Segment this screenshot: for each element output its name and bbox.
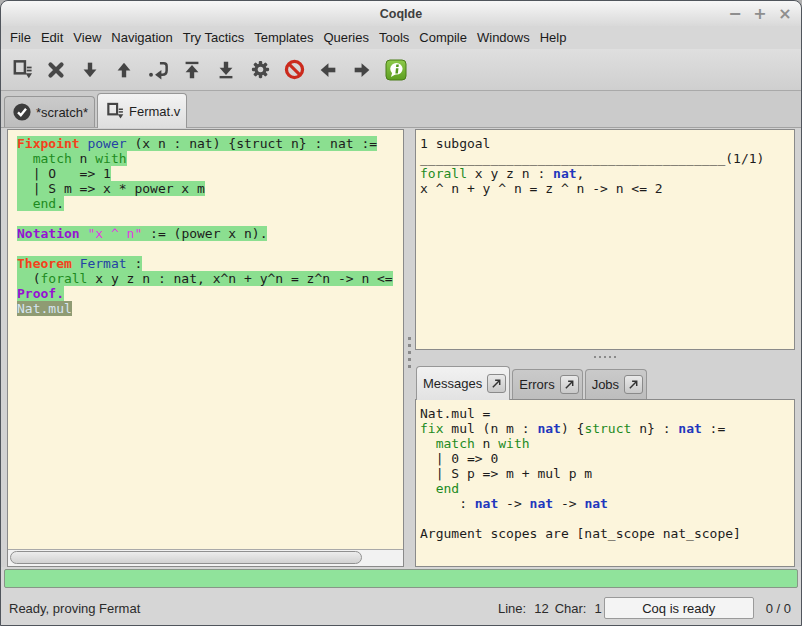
- detach-messages-button[interactable]: [487, 374, 506, 393]
- tab-errors[interactable]: Errors: [512, 369, 582, 399]
- toolbar-button-go-to-top-icon[interactable]: [180, 58, 204, 82]
- toolbar-button-down-arrow-icon[interactable]: [78, 58, 102, 82]
- scrollbar-thumb[interactable]: [10, 551, 362, 564]
- progress-bar: [4, 569, 798, 588]
- toolbar-button-info-icon[interactable]: [384, 58, 408, 82]
- menu-item-queries[interactable]: Queries: [318, 28, 374, 47]
- message-segment: end: [436, 481, 459, 496]
- processed-highlight: | O => 1: [17, 166, 111, 181]
- script-pane: Fixpoint power (x n : nat) {struct n} : …: [7, 129, 404, 567]
- message-segment: ->: [498, 496, 529, 511]
- toolbar-button-up-arrow-icon[interactable]: [112, 58, 136, 82]
- message-line: Nat.mul =: [420, 406, 794, 421]
- processed-highlight: end.: [17, 196, 64, 211]
- titlebar[interactable]: CoqIde −+×: [1, 1, 801, 26]
- message-segment: nat: [530, 496, 553, 511]
- menu-item-file[interactable]: File: [5, 28, 36, 47]
- goal-segment: ,: [577, 166, 585, 181]
- script-line: Fixpoint power (x n : nat) {struct n} : …: [17, 136, 403, 151]
- script-segment: (: [17, 271, 40, 286]
- script-line: Notation "x ^ n" := (power x n).: [17, 226, 403, 241]
- script-segment: | S m => x * power x m: [17, 181, 205, 196]
- menu-item-edit[interactable]: Edit: [36, 28, 68, 47]
- menu-item-navigation[interactable]: Navigation: [106, 28, 177, 47]
- toolbar-button-close-x-icon[interactable]: [44, 58, 68, 82]
- menubar: FileEditViewNavigationTry TacticsTemplat…: [1, 26, 801, 49]
- go-to-top-icon: [181, 59, 203, 81]
- save-page-icon: [11, 58, 34, 81]
- gear-icon: [249, 58, 272, 81]
- message-segment: nat: [678, 421, 701, 436]
- message-segment: nat: [584, 496, 607, 511]
- vertical-splitter[interactable]: [404, 129, 415, 567]
- message-line: | S p => m + mul p m: [420, 466, 794, 481]
- toolbar-button-go-to-cursor-icon[interactable]: [146, 58, 170, 82]
- goal-segment: x y z n :: [467, 166, 553, 181]
- messages-pane[interactable]: Nat.mul =fix mul (n m : nat) {struct n} …: [415, 399, 795, 567]
- tab-label: Errors: [519, 377, 554, 392]
- goal-line: _______________________________________(…: [420, 151, 794, 166]
- detach-errors-button[interactable]: [560, 375, 579, 394]
- message-line: [420, 511, 794, 526]
- coqide-window: CoqIde −+× FileEditViewNavigationTry Tac…: [0, 0, 802, 626]
- message-segment: [420, 481, 436, 496]
- message-segment: :: [420, 496, 475, 511]
- message-segment: n} :: [631, 421, 678, 436]
- script-segment: "x ^ n": [87, 226, 142, 241]
- maximize-button[interactable]: +: [752, 6, 768, 22]
- document-tabstrip: *scratch*Fermat.v: [1, 91, 801, 128]
- script-segment: Fermat: [80, 256, 127, 271]
- char-value: 1: [594, 601, 601, 616]
- toolbar-button-gear-icon[interactable]: [248, 58, 272, 82]
- message-segment: Nat.mul =: [420, 406, 490, 421]
- script-segment: := (power x n).: [142, 226, 267, 241]
- menu-item-help[interactable]: Help: [535, 28, 572, 47]
- menu-item-windows[interactable]: Windows: [472, 28, 535, 47]
- minimize-button[interactable]: −: [727, 6, 743, 22]
- tab-messages[interactable]: Messages: [416, 366, 510, 400]
- grip-dot-icon: [408, 365, 411, 368]
- menu-item-view[interactable]: View: [68, 28, 106, 47]
- tab-jobs[interactable]: Jobs: [585, 369, 647, 399]
- window-title: CoqIde: [380, 7, 422, 21]
- menu-item-templates[interactable]: Templates: [249, 28, 318, 47]
- processed-highlight: Theorem Fermat :: [17, 256, 142, 271]
- message-segment: with: [498, 436, 529, 451]
- script-line: (forall x y z n : nat, x^n + y^n = z^n -…: [17, 271, 403, 286]
- goals-pane[interactable]: 1 subgoal_______________________________…: [415, 129, 795, 350]
- interrupt-icon: [283, 58, 306, 81]
- script-segment: | O => 1: [17, 166, 111, 181]
- left-arrow-icon: [317, 59, 339, 81]
- message-segment: n: [475, 436, 498, 451]
- script-line: Proof.: [17, 286, 403, 301]
- message-segment: nat: [475, 496, 498, 511]
- toolbar-button-go-to-bottom-icon[interactable]: [214, 58, 238, 82]
- script-segment: x y z n : nat, x^n + y^n = z^n -> n <=: [87, 271, 392, 286]
- toolbar-button-right-arrow-icon[interactable]: [350, 58, 374, 82]
- toolbar-button-left-arrow-icon[interactable]: [316, 58, 340, 82]
- progress-wrap: [1, 567, 801, 591]
- message-segment: mul (n m :: [443, 421, 537, 436]
- menu-item-tools[interactable]: Tools: [374, 28, 414, 47]
- tab-fermat-v[interactable]: Fermat.v: [97, 93, 187, 128]
- tab-scratch[interactable]: *scratch*: [4, 96, 95, 127]
- script-segment: end: [33, 196, 56, 211]
- tab-label: Jobs: [592, 377, 619, 392]
- close-button[interactable]: ×: [777, 6, 793, 22]
- horizontal-splitter[interactable]: [415, 350, 795, 364]
- processing-highlight: Nat.mul: [17, 301, 72, 316]
- toolbar-button-interrupt-icon[interactable]: [282, 58, 306, 82]
- script-code[interactable]: Fixpoint power (x n : nat) {struct n} : …: [8, 130, 403, 549]
- menu-item-try-tactics[interactable]: Try Tactics: [178, 28, 249, 47]
- script-segment: Notation: [17, 226, 80, 241]
- message-segment: match: [436, 436, 475, 451]
- toolbar-button-save-page-icon[interactable]: [10, 58, 34, 82]
- message-segment: struct: [584, 421, 631, 436]
- menu-item-compile[interactable]: Compile: [414, 28, 472, 47]
- script-segment: Proof.: [17, 286, 64, 301]
- horizontal-scrollbar[interactable]: [8, 549, 403, 566]
- message-line: : nat -> nat -> nat: [420, 496, 794, 511]
- right-arrow-icon: [351, 59, 373, 81]
- script-editor[interactable]: Fixpoint power (x n : nat) {struct n} : …: [7, 129, 404, 567]
- detach-jobs-button[interactable]: [624, 375, 643, 394]
